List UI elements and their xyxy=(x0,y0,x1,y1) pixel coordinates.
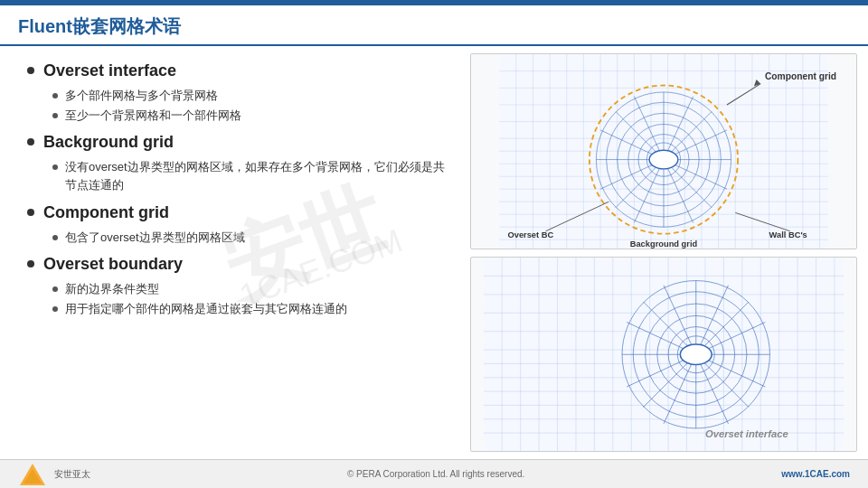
left-panel: Overset interface 多个部件网格与多个背景网格 至少一个背景网格… xyxy=(0,46,470,459)
bullet-l2-ob-1: 用于指定哪个部件的网格是通过嵌套与其它网格连通的 xyxy=(52,300,452,318)
bullet-dot xyxy=(27,138,34,145)
bullet-dot-sm xyxy=(52,113,58,118)
l2-text: 多个部件网格与多个背景网格 xyxy=(65,87,218,105)
bullet-l1-overset-boundary: Overset boundary xyxy=(27,252,452,277)
section-overset-boundary: Overset boundary 新的边界条件类型 用于指定哪个部件的网格是通过… xyxy=(27,252,452,318)
l2-text: 新的边界条件类型 xyxy=(65,280,159,298)
section-overset-interface: Overset interface 多个部件网格与多个背景网格 至少一个背景网格… xyxy=(27,59,452,125)
l2-text: 用于指定哪个部件的网格是通过嵌套与其它网格连通的 xyxy=(65,300,347,318)
bullet-l2-bg: 没有overset边界类型的网格区域，如果存在多个背景网格，它们必须是共节点连通… xyxy=(52,158,452,194)
header: Fluent嵌套网格术语 xyxy=(0,5,868,46)
footer-logo-text: 安世亚太 xyxy=(54,468,90,481)
footer-website: www.1CAE.com xyxy=(781,469,850,479)
section-component-grid: Component grid 包含了overset边界类型的网格区域 xyxy=(27,201,452,247)
svg-text:Wall BC's: Wall BC's xyxy=(769,230,807,239)
bullet-l2-0: 多个部件网格与多个背景网格 xyxy=(52,87,452,105)
svg-text:Overset BC: Overset BC xyxy=(507,230,553,239)
bullet-dot xyxy=(27,260,34,267)
l1-text: Overset interface xyxy=(43,59,176,83)
bullet-dot xyxy=(27,209,34,216)
bullet-l1-component-grid: Component grid xyxy=(27,201,452,225)
diagram-bottom: Overset interface xyxy=(470,257,857,453)
bullet-dot-sm xyxy=(52,164,58,170)
svg-text:Overset interface: Overset interface xyxy=(705,428,788,439)
bullet-l2-cg: 包含了overset边界类型的网格区域 xyxy=(52,229,452,247)
bullet-l2-ob-0: 新的边界条件类型 xyxy=(52,280,452,298)
svg-point-48 xyxy=(649,150,678,169)
svg-point-102 xyxy=(680,344,712,364)
footer: 安世亚太 © PERA Corporation Ltd. All rights … xyxy=(0,459,868,488)
bullet-dot xyxy=(27,67,34,74)
bullet-dot-sm xyxy=(52,93,58,99)
l2-text: 没有overset边界类型的网格区域，如果存在多个背景网格，它们必须是共节点连通… xyxy=(65,158,452,194)
bullet-l1-overset-interface: Overset interface xyxy=(27,59,452,83)
l1-text: Background grid xyxy=(43,130,174,155)
l1-text: Overset boundary xyxy=(43,252,183,277)
footer-copyright: © PERA Corporation Ltd. All rights reser… xyxy=(347,469,524,479)
right-panel: Component grid Overset BC Background gri… xyxy=(470,46,868,459)
bullet-l2-1: 至少一个背景网格和一个部件网格 xyxy=(52,107,452,125)
l1-text: Component grid xyxy=(43,201,169,225)
content-area: Overset interface 多个部件网格与多个背景网格 至少一个背景网格… xyxy=(0,46,868,459)
footer-logo: 安世亚太 xyxy=(18,462,90,487)
bullet-dot-sm xyxy=(52,235,58,240)
l2-text: 至少一个背景网格和一个部件网格 xyxy=(65,107,241,125)
l2-text: 包含了overset边界类型的网格区域 xyxy=(65,229,245,247)
svg-text:Background grid: Background grid xyxy=(630,239,698,249)
slide: Fluent嵌套网格术语 Overset interface 多个部件网格与多个… xyxy=(0,0,868,488)
section-background-grid: Background grid 没有overset边界类型的网格区域，如果存在多… xyxy=(27,130,452,194)
bullet-dot-sm xyxy=(52,306,58,312)
logo-icon xyxy=(18,462,47,487)
diagram-top: Component grid Overset BC Background gri… xyxy=(470,53,857,249)
svg-text:Component grid: Component grid xyxy=(765,71,836,81)
slide-title: Fluent嵌套网格术语 xyxy=(18,16,181,36)
bullet-l1-background-grid: Background grid xyxy=(27,130,452,155)
bullet-dot-sm xyxy=(52,286,58,292)
